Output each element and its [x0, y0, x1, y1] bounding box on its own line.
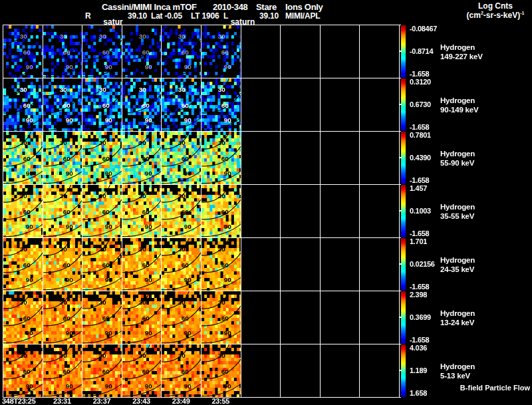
heatmap-panel: 306090	[82, 25, 122, 78]
heatmap-panel: 306090	[43, 291, 82, 344]
colorbar-mid-tick	[400, 317, 402, 318]
colorbar-mid-tick	[400, 263, 402, 265]
contour-label: 60	[63, 261, 70, 269]
colorbar-scale-mid: 0.1003	[410, 207, 431, 215]
pitch-angle-contours: 306090	[201, 25, 241, 78]
contour-label: 30	[20, 352, 28, 359]
contour-label: 30	[139, 33, 147, 40]
contour-label: 60	[63, 315, 70, 322]
heatmap-panel: 306090	[162, 238, 201, 291]
contour-label: 90	[65, 116, 73, 124]
row-divider	[397, 78, 401, 78]
pitch-angle-contours: 306090	[43, 132, 82, 184]
pitch-angle-contours: 306090	[162, 132, 201, 184]
energy-label: 35-55 keV	[440, 212, 474, 220]
pitch-angle-contours: 306090	[122, 78, 162, 131]
pitch-angle-contours: 306090	[82, 132, 122, 184]
pitch-angle-contours: 306090	[162, 291, 201, 344]
contour-label: 30	[20, 299, 28, 306]
heatmap-panel: 306090	[82, 238, 122, 291]
heatmap-panel	[241, 185, 281, 237]
contour-label: 90	[224, 116, 232, 124]
colorbar-mid-tick	[400, 104, 402, 105]
contour-label: 60	[221, 102, 229, 109]
pitch-angle-contours: 306090	[122, 344, 162, 397]
contour-label: 30	[59, 139, 67, 146]
species-label: Hydrogen	[440, 256, 475, 264]
contour-label: 30	[99, 299, 107, 306]
pitch-angle-contours: 306090	[3, 185, 43, 237]
heatmap-panel: 306090	[201, 344, 241, 397]
contour-label: 60	[142, 102, 150, 109]
contour-label: 30	[59, 352, 67, 359]
contour-label: 90	[224, 170, 232, 177]
contour-label: 90	[184, 63, 192, 70]
contour-label: 30	[139, 139, 147, 146]
pitch-angle-contours: 306090	[82, 25, 122, 78]
heatmap-panel: 306090	[3, 238, 43, 291]
colorbar-scale-mid: 0.6730	[410, 101, 431, 108]
contour-label: 90	[184, 116, 192, 124]
pitch-angle-contours: 306090	[3, 78, 43, 131]
ions-label: Ions Only	[285, 2, 323, 12]
contour-label: 30	[178, 33, 186, 40]
heatmap-panel: 306090	[82, 78, 122, 131]
contour-label: 60	[63, 49, 70, 56]
heatmap-panel: 306090	[43, 238, 82, 291]
energy-label: 5-13 keV	[440, 372, 470, 380]
pitch-angle-contours: 306090	[162, 25, 201, 78]
species-label: Hydrogen	[440, 309, 475, 317]
heatmap-panel: 306090	[122, 344, 162, 397]
contour-label: 90	[65, 276, 73, 283]
contour-label: 90	[26, 223, 34, 230]
colorbar	[401, 344, 406, 397]
contour-label: 90	[184, 276, 192, 283]
contour-label: 60	[102, 315, 110, 322]
heatmap-panel: 306090	[43, 185, 82, 237]
contour-label: 60	[142, 368, 150, 375]
contour-label: 90	[105, 170, 113, 177]
pitch-angle-contours: 306090	[82, 291, 122, 344]
energy-label: 90-149 keV	[440, 106, 478, 114]
contour-label: 90	[65, 223, 73, 230]
r-value: 39.10	[128, 11, 147, 21]
energy-label: 55-90 keV	[440, 159, 474, 167]
contour-label: 90	[105, 116, 113, 124]
colorbar	[401, 25, 406, 78]
heatmap-panel	[360, 344, 399, 397]
heatmap-panel	[241, 291, 281, 344]
colorbar-mid-tick	[400, 157, 402, 158]
contour-label: 90	[145, 170, 153, 177]
contour-label: 30	[178, 299, 186, 306]
units-line1: Log Cnts	[459, 1, 532, 11]
r-label: R	[85, 11, 90, 21]
contour-label: 30	[20, 245, 28, 253]
contour-label: 60	[23, 368, 31, 375]
contour-label: 90	[105, 63, 113, 70]
colorbar-scale-min: -1.658	[410, 283, 429, 291]
time-tick-label: 23:31	[53, 397, 71, 405]
colorbar-mid-tick	[400, 51, 402, 52]
heatmap-panel: 306090	[122, 25, 162, 78]
heatmap-panel	[241, 344, 281, 397]
heatmap-panel: 306090	[201, 132, 241, 184]
contour-label: 60	[23, 49, 31, 56]
colorbar	[401, 185, 406, 237]
contour-label: 30	[178, 86, 186, 93]
pitch-angle-contours: 306090	[201, 344, 241, 397]
contour-label: 30	[20, 86, 28, 93]
heatmap-panel: 306090	[3, 344, 43, 397]
pitch-angle-contours: 306090	[43, 344, 82, 397]
l-label: L	[223, 11, 228, 21]
contour-label: 30	[99, 139, 107, 146]
heatmap-panel: 306090	[82, 132, 122, 184]
heatmap-panel	[321, 25, 360, 78]
colorbar-scale-mid: 0.4390	[410, 154, 431, 162]
heatmap-panel	[360, 25, 399, 78]
pitch-angle-contours: 306090	[3, 238, 43, 291]
colorbar-scale-max: 1.701	[410, 238, 427, 245]
row-divider	[397, 25, 401, 25]
colorbar-scale-min: 1.658	[410, 390, 427, 397]
pitch-angle-contours: 306090	[122, 185, 162, 237]
contour-label: 90	[65, 63, 73, 70]
